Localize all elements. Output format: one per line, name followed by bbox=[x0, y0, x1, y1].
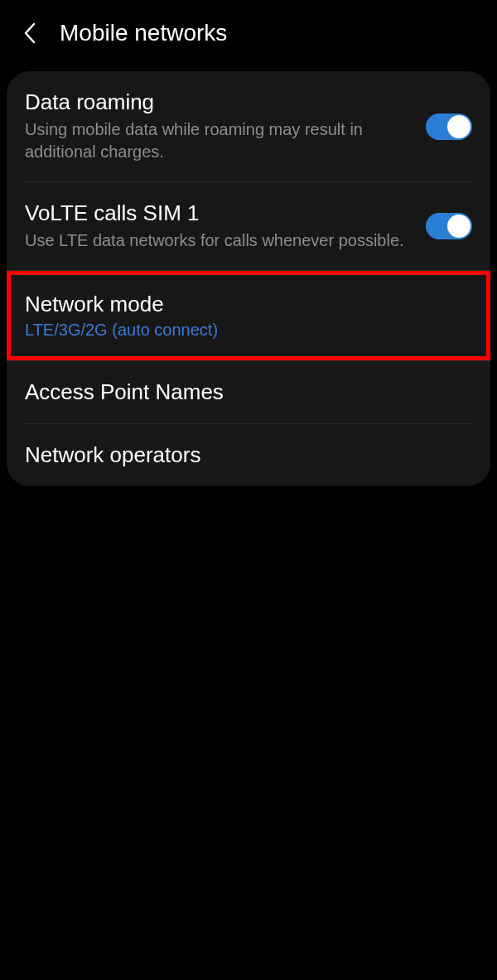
volte-item[interactable]: VoLTE calls SIM 1 Use LTE data networks … bbox=[7, 182, 490, 270]
header: Mobile networks bbox=[0, 0, 497, 66]
volte-text: VoLTE calls SIM 1 Use LTE data networks … bbox=[25, 200, 413, 252]
page-title: Mobile networks bbox=[60, 20, 227, 46]
network-operators-text: Network operators bbox=[25, 442, 472, 468]
apn-item[interactable]: Access Point Names bbox=[7, 361, 490, 423]
data-roaming-item[interactable]: Data roaming Using mobile data while roa… bbox=[7, 71, 490, 181]
network-mode-title: Network mode bbox=[25, 292, 472, 317]
settings-card: Data roaming Using mobile data while roa… bbox=[7, 71, 490, 486]
data-roaming-title: Data roaming bbox=[25, 89, 413, 115]
volte-toggle[interactable] bbox=[426, 213, 472, 239]
volte-description: Use LTE data networks for calls whenever… bbox=[25, 229, 413, 252]
network-mode-value: LTE/3G/2G (auto connect) bbox=[25, 321, 472, 340]
data-roaming-toggle[interactable] bbox=[426, 113, 472, 140]
network-mode-text: Network mode LTE/3G/2G (auto connect) bbox=[25, 292, 472, 340]
volte-title: VoLTE calls SIM 1 bbox=[25, 200, 413, 226]
network-mode-item[interactable]: Network mode LTE/3G/2G (auto connect) bbox=[7, 271, 490, 360]
apn-text: Access Point Names bbox=[25, 379, 472, 405]
data-roaming-description: Using mobile data while roaming may resu… bbox=[25, 118, 413, 163]
data-roaming-text: Data roaming Using mobile data while roa… bbox=[25, 89, 413, 163]
back-icon[interactable] bbox=[20, 23, 40, 43]
network-operators-title: Network operators bbox=[25, 442, 472, 468]
network-operators-item[interactable]: Network operators bbox=[7, 424, 490, 486]
apn-title: Access Point Names bbox=[25, 379, 472, 405]
